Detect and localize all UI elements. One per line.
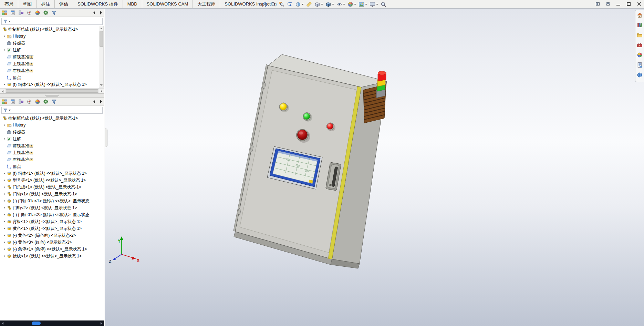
3d-scene[interactable]: Y X Z (105, 9, 644, 326)
expand-arrow-icon[interactable] (2, 83, 6, 86)
expand-arrow-icon[interactable] (2, 123, 6, 127)
tree-item[interactable]: (-) 黄色<3> (红色) <显示状态-3> (0, 239, 104, 246)
tree-item[interactable]: 门轴<1> (默认) <默认_显示状态-1> (0, 191, 104, 197)
menu-tab[interactable]: SOLIDWORKS CAM (142, 0, 193, 8)
tree-item[interactable]: History (0, 122, 104, 129)
expand-arrow-icon[interactable] (2, 206, 6, 210)
panel-scroll-right-icon[interactable] (99, 10, 103, 15)
scrollbar-thumb[interactable] (6, 89, 98, 93)
tree-item[interactable]: 黄色<1> (默认) <<默认>_显示状态 1> (0, 225, 104, 232)
tree-item[interactable]: 右视基准面 (0, 67, 104, 74)
expand-arrow-icon[interactable] (2, 179, 6, 182)
tree-item[interactable]: (-) 急停<1> (急停) <<默认>_显示状态 1> (0, 246, 104, 253)
tree-item[interactable]: 前视基准面 (0, 142, 104, 149)
dropdown-caret-icon[interactable] (354, 4, 356, 5)
expand-arrow-icon[interactable] (2, 241, 6, 244)
scrollbar-thumb[interactable] (100, 31, 103, 47)
tree-item[interactable]: 上视基准面 (0, 149, 104, 156)
menu-tab[interactable]: SOLIDWORKS 插件 (73, 0, 123, 8)
dropdown-caret-icon[interactable] (376, 4, 378, 5)
maximize-icon[interactable] (626, 2, 631, 6)
expand-arrow-icon[interactable] (2, 192, 6, 196)
expand-arrow-icon[interactable] (2, 172, 6, 175)
panel-splitter[interactable] (0, 93, 104, 98)
tree-item[interactable]: 上视基准面 (0, 60, 104, 67)
window-grid-icon[interactable] (606, 2, 610, 6)
filter-input[interactable] (11, 19, 102, 24)
tree-item-label: 传感器 (13, 129, 25, 135)
expand-arrow-icon[interactable] (2, 254, 6, 258)
tree-item[interactable]: (f) 箱体<1> (默认) <<默认>_显示状态 1> (0, 170, 104, 177)
panel-scroll-left-icon[interactable] (92, 99, 96, 104)
panel-scroll-right-icon[interactable] (99, 99, 103, 104)
scrollbar-thumb[interactable] (32, 322, 41, 325)
red-button[interactable] (327, 123, 333, 130)
tree-item[interactable]: 背板<1> (默认) <<默认>_显示状态 1> (0, 218, 104, 225)
filter-funnel-icon[interactable] (3, 19, 8, 24)
expand-arrow-icon[interactable] (2, 48, 6, 52)
tree-item-label: (f) 箱体<1> (默认) <<默认>_显示状态 1> (13, 82, 87, 88)
green-button[interactable] (303, 113, 310, 120)
graphics-area[interactable]: Y X Z (105, 9, 644, 326)
expand-arrow-icon[interactable] (2, 185, 6, 189)
tree-item[interactable]: 传感器 (0, 40, 104, 47)
scroll-down-icon[interactable] (99, 83, 103, 87)
expand-arrow-icon[interactable] (2, 227, 6, 230)
menu-tab[interactable]: 评估 (55, 0, 73, 8)
scroll-left-icon[interactable] (0, 320, 6, 326)
panel-resize-handle[interactable] (105, 129, 107, 147)
expand-arrow-icon[interactable] (2, 234, 6, 237)
signal-tower[interactable] (376, 71, 386, 98)
tree-item[interactable]: 传感器 (0, 129, 104, 135)
dropdown-caret-icon[interactable] (343, 4, 345, 5)
tree-item[interactable]: 原点 (0, 163, 104, 170)
tree-item[interactable]: 门轴<2> (默认) <默认_显示状态-1> (0, 204, 104, 211)
dropdown-caret-icon[interactable] (302, 4, 304, 5)
expand-arrow-icon[interactable] (2, 213, 6, 216)
scroll-up-icon[interactable] (99, 26, 103, 31)
tree-item[interactable]: 门总成<1> (默认) <默认_显示状态-1> (0, 184, 104, 191)
filter-caret-icon[interactable] (9, 110, 11, 111)
menu-tab[interactable]: 标注 (37, 0, 55, 8)
menu-tab[interactable]: 布局 (0, 0, 18, 8)
panel-scroll-left-icon[interactable] (92, 10, 96, 15)
menu-tab[interactable]: 大工程师 (193, 0, 220, 8)
expand-arrow-icon[interactable] (2, 34, 6, 38)
tree-root-item[interactable]: 控制柜总成 (默认) <默认_显示状态-1> (0, 115, 104, 122)
tree-item[interactable]: 前视基准面 (0, 53, 104, 60)
menu-tab[interactable]: MBD (123, 0, 142, 8)
tree-item[interactable]: History (0, 33, 104, 40)
tree-root-item[interactable]: 控制柜总成 (默认) <默认_显示状态-1> (0, 26, 104, 33)
tree-item[interactable]: 型号等<1> (默认) <<默认>_显示状态 1> (0, 177, 104, 184)
tree-item[interactable]: 注解 (0, 47, 104, 53)
tree-item[interactable]: 原点 (0, 74, 104, 81)
minimize-icon[interactable] (616, 2, 621, 6)
splitter-grip[interactable] (45, 95, 59, 96)
tree-item[interactable]: (-) 黄色<2> (绿色的) <显示状态-2> (0, 232, 104, 239)
tree-item[interactable]: 注解 (0, 135, 104, 142)
tree-item[interactable]: (-) 门轴-01a<2> (默认) <<默认>_显示状态 (0, 211, 104, 218)
filter-input[interactable] (11, 108, 102, 113)
scroll-right-icon[interactable] (98, 320, 104, 326)
expand-arrow-icon[interactable] (2, 137, 6, 141)
emergency-stop-button[interactable] (298, 130, 308, 140)
tree-item[interactable]: 右视基准面 (0, 156, 104, 163)
dropdown-caret-icon[interactable] (332, 4, 334, 5)
dropdown-caret-icon[interactable] (365, 4, 367, 5)
window-pane-icon[interactable] (595, 2, 600, 6)
tree-item[interactable]: 接线<1> (默认) <<默认>_显示状态 1> (0, 253, 104, 259)
dropdown-caret-icon[interactable] (321, 4, 323, 5)
filter-funnel-icon[interactable] (3, 108, 8, 113)
scroll-right-icon[interactable] (98, 89, 104, 93)
expand-arrow-icon[interactable] (2, 199, 6, 203)
close-icon[interactable] (637, 2, 641, 6)
expand-arrow-icon[interactable] (2, 247, 6, 251)
yellow-button[interactable] (280, 103, 287, 110)
scroll-left-icon[interactable] (0, 89, 6, 93)
tree-item[interactable]: (-) 门轴-01a<1> (默认) <<默认>_显示状态 (0, 197, 104, 204)
tree-item[interactable]: (f) 箱体<1> (默认) <<默认>_显示状态 1> (0, 81, 104, 88)
filter-caret-icon[interactable] (9, 21, 11, 22)
menu-tab[interactable]: 草图 (18, 0, 37, 8)
cabinet-model[interactable] (233, 54, 387, 268)
expand-arrow-icon[interactable] (2, 220, 6, 223)
